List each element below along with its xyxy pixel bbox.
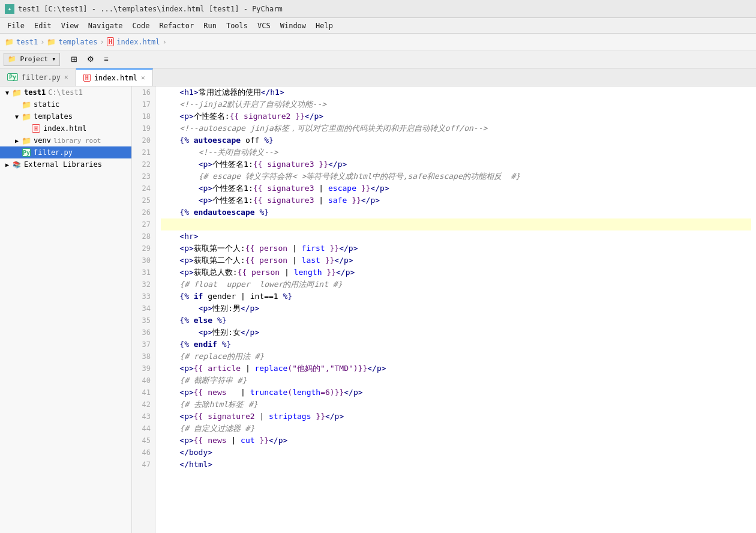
tab-index-close[interactable]: ✕ <box>141 74 145 82</box>
code-line-16: <h1>常用过滤器的使用</h1> <box>161 86 751 98</box>
line-number-33: 33 <box>137 291 151 303</box>
project-button[interactable]: 📁 Project ▾ <box>4 53 60 66</box>
line-number-16: 16 <box>137 86 151 98</box>
collapse-btn[interactable]: ≡ <box>100 53 112 66</box>
line-number-20: 20 <box>137 134 151 146</box>
line-number-23: 23 <box>137 170 151 182</box>
folder-icon-venv: 📁 <box>22 136 31 145</box>
code-line-42: {# 去除html标签 #} <box>161 399 751 411</box>
tree-item-venv[interactable]: ▶ 📁 venv library root <box>0 134 131 146</box>
code-line-35: {% else %} <box>161 315 751 327</box>
code-line-25: <p>个性签名1:{{ signature3 | safe }}</p> <box>161 194 751 206</box>
title-bar: ✦ test1 [C:\test1] - ...\templates\index… <box>0 0 756 18</box>
code-line-26: {% endautoescape %} <box>161 206 751 218</box>
line-numbers: 1617181920212223242526272829303132333435… <box>132 86 156 533</box>
project-label: 📁 Project ▾ <box>8 55 56 63</box>
code-line-33: {% if gender | int==1 %} <box>161 291 751 303</box>
code-line-18: <p>个性签名:{{ signature2 }}</p> <box>161 110 751 122</box>
line-number-21: 21 <box>137 146 151 158</box>
libs-icon: 📚 <box>12 160 22 169</box>
menu-run[interactable]: Run <box>199 20 221 32</box>
line-number-27: 27 <box>137 218 151 230</box>
folder-icon-static: 📁 <box>22 100 31 109</box>
tree-label-test1: test1 <box>24 88 46 97</box>
code-line-43: <p>{{ signature2 | striptags }}</p> <box>161 411 751 423</box>
code-line-37: {% endif %} <box>161 339 751 351</box>
line-number-38: 38 <box>137 351 151 363</box>
line-number-30: 30 <box>137 254 151 266</box>
file-tree: ▼ 📁 test1 C:\test1 📁 static ▼ 📁 template… <box>0 86 132 533</box>
tree-label-templates: templates <box>34 112 73 121</box>
menu-window[interactable]: Window <box>275 20 311 32</box>
code-line-28: <hr> <box>161 230 751 242</box>
line-number-42: 42 <box>137 399 151 411</box>
tree-item-test1[interactable]: ▼ 📁 test1 C:\test1 <box>0 86 131 98</box>
py-icon-filter: Py <box>22 148 31 157</box>
tree-item-templates[interactable]: ▼ 📁 templates <box>0 110 131 122</box>
tree-label-venv: venv <box>34 136 51 145</box>
line-number-32: 32 <box>137 279 151 291</box>
tree-label-index: index.html <box>43 124 86 133</box>
menu-edit[interactable]: Edit <box>29 20 56 32</box>
code-line-45: <p>{{ news | cut }}</p> <box>161 435 751 447</box>
code-line-41: <p>{{ news | truncate(length=6)}}</p> <box>161 387 751 399</box>
code-line-44: {# 自定义过滤器 #} <box>161 423 751 435</box>
menu-file[interactable]: File <box>2 20 29 32</box>
code-line-46: </body> <box>161 447 751 459</box>
app-icon: ✦ <box>5 4 14 14</box>
menu-navigate[interactable]: Navigate <box>83 20 128 32</box>
breadcrumb-root[interactable]: test1 <box>16 38 38 46</box>
menu-code[interactable]: Code <box>128 20 155 32</box>
folder-icon-templates: 📁 <box>22 112 31 121</box>
line-number-46: 46 <box>137 447 151 459</box>
menu-refactor[interactable]: Refactor <box>154 20 199 32</box>
tab-filter-py[interactable]: Py filter.py ✕ <box>0 68 76 86</box>
line-number-43: 43 <box>137 411 151 423</box>
line-number-26: 26 <box>137 206 151 218</box>
code-line-17: <!--jinja2默认开启了自动转义功能--> <box>161 98 751 110</box>
code-line-47: </html> <box>161 459 751 471</box>
code-line-22: <p>个性签名1:{{ signature3 }}</p> <box>161 158 751 170</box>
window-title: test1 [C:\test1] - ...\templates\index.h… <box>18 5 283 13</box>
tree-label-static: static <box>34 100 59 109</box>
code-line-27 <box>161 218 751 230</box>
line-number-47: 47 <box>137 459 151 471</box>
line-number-25: 25 <box>137 194 151 206</box>
tree-suffix-test1: C:\test1 <box>48 88 83 97</box>
menu-help[interactable]: Help <box>311 20 338 32</box>
settings-btn[interactable]: ⚙ <box>83 53 98 66</box>
tree-item-external-libs[interactable]: ▶ 📚 External Libraries <box>0 158 131 170</box>
tree-item-index-html[interactable]: H index.html <box>0 122 131 134</box>
code-line-32: {# float upper lower的用法同int #} <box>161 279 751 291</box>
line-number-41: 41 <box>137 387 151 399</box>
code-editor[interactable]: 1617181920212223242526272829303132333435… <box>132 86 756 533</box>
code-line-23: {# escape 转义字符会将< >等符号转义成html中的符号,safe和e… <box>161 170 751 182</box>
main-layout: ▼ 📁 test1 C:\test1 📁 static ▼ 📁 template… <box>0 86 756 533</box>
tab-index-html[interactable]: H index.html ✕ <box>76 68 153 86</box>
code-content[interactable]: <h1>常用过滤器的使用</h1> <!--jinja2默认开启了自动转义功能-… <box>156 86 756 533</box>
menu-tools[interactable]: Tools <box>221 20 253 32</box>
line-number-40: 40 <box>137 375 151 387</box>
line-number-35: 35 <box>137 315 151 327</box>
tab-index-label: index.html <box>94 74 137 82</box>
breadcrumb-templates[interactable]: templates <box>58 38 97 46</box>
code-line-31: <p>获取总人数:{{ person | length }}</p> <box>161 266 751 279</box>
menu-vcs[interactable]: VCS <box>253 20 275 32</box>
code-line-30: <p>获取第二个人:{{ person | last }}</p> <box>161 254 751 266</box>
line-number-34: 34 <box>137 303 151 315</box>
tab-filter-close[interactable]: ✕ <box>64 73 68 81</box>
line-number-19: 19 <box>137 122 151 134</box>
new-window-btn[interactable]: ⊞ <box>67 53 81 66</box>
line-number-22: 22 <box>137 158 151 170</box>
tree-item-static[interactable]: 📁 static <box>0 98 131 110</box>
arrow-test1: ▼ <box>2 89 12 96</box>
code-line-29: <p>获取第一个人:{{ person | first }}</p> <box>161 242 751 254</box>
tree-item-filter-py[interactable]: Py filter.py <box>0 146 131 158</box>
menu-view[interactable]: View <box>56 20 83 32</box>
code-line-36: <p>性别:女</p> <box>161 327 751 339</box>
folder-icon-test1: 📁 <box>12 88 22 97</box>
breadcrumb-bar: 📁 test1 › 📁 templates › H index.html › <box>0 34 756 50</box>
breadcrumb-file[interactable]: index.html <box>116 38 160 46</box>
tree-suffix-venv: library root <box>53 137 101 145</box>
line-number-18: 18 <box>137 110 151 122</box>
